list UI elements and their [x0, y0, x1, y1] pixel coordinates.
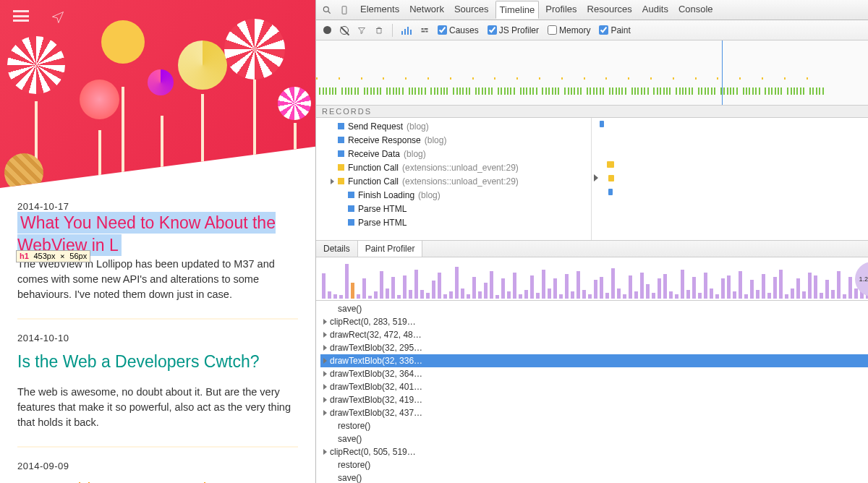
- record-type-icon: [348, 219, 354, 226]
- tab-profiles[interactable]: Profiles: [542, 1, 580, 19]
- tab-audits[interactable]: Audits: [639, 1, 672, 19]
- paint-command[interactable]: drawTextBlob(32, 336…: [320, 354, 868, 367]
- paint-command[interactable]: drawTextBlob(32, 295…: [320, 341, 868, 354]
- expand-icon[interactable]: [323, 345, 327, 351]
- subtab-paint-profiler[interactable]: Paint Profiler: [358, 241, 423, 257]
- record-row[interactable]: Receive Response (blog): [322, 133, 591, 147]
- device-icon[interactable]: [339, 5, 349, 15]
- paint-command[interactable]: drawTextBlob(32, 401…: [320, 380, 868, 393]
- expand-icon[interactable]: [323, 371, 327, 377]
- paint-command[interactable]: drawTextBlob(32, 419…: [320, 393, 868, 406]
- post-date: 2014-10-10: [17, 333, 298, 343]
- svg-rect-8: [425, 28, 428, 30]
- expand-icon[interactable]: [323, 384, 327, 390]
- paint-command[interactable]: save(): [320, 471, 868, 483]
- svg-line-1: [328, 11, 331, 13]
- timeline-overview[interactable]: 30 fps 60 fps: [316, 40, 868, 106]
- tab-sources[interactable]: Sources: [451, 1, 493, 19]
- paint-command[interactable]: drawTextBlob(32, 364…: [320, 367, 868, 380]
- record-row[interactable]: Function Call (extensions::unload_event:…: [322, 174, 591, 188]
- post-excerpt: The WebView in Lollipop has been updated…: [17, 257, 298, 302]
- paint-command[interactable]: clipRect(0, 283, 519…: [320, 315, 868, 328]
- post-date: 2014-09-09: [17, 461, 298, 471]
- check-paint[interactable]: Paint: [599, 25, 630, 35]
- svg-point-0: [323, 7, 328, 12]
- expand-icon[interactable]: [323, 410, 327, 416]
- search-icon[interactable]: [322, 5, 332, 15]
- post-date: 2014-10-17: [17, 201, 298, 212]
- record-row[interactable]: Send Request (blog): [322, 119, 591, 133]
- view-bars-icon[interactable]: [401, 26, 412, 35]
- expand-icon[interactable]: [323, 397, 327, 403]
- subtab-details[interactable]: Details: [316, 241, 358, 257]
- check-js-profiler[interactable]: JS Profiler: [488, 25, 539, 35]
- paint-command[interactable]: drawTextBlob(32, 437…: [320, 406, 868, 419]
- records-list[interactable]: Send Request (blog) Receive Response (bl…: [316, 118, 868, 241]
- hero-art: [0, 0, 315, 188]
- paint-command[interactable]: drawRect(32, 472, 48…: [320, 328, 868, 341]
- paint-command[interactable]: save(): [320, 432, 868, 445]
- record-type-icon: [338, 137, 344, 143]
- record-row[interactable]: Parse HTML: [322, 215, 591, 229]
- post-title[interactable]: What You Need to Know About the WebView …: [17, 213, 276, 255]
- record-type-icon: [348, 205, 354, 212]
- record-type-icon: [338, 123, 344, 129]
- records-header: RECORDS: [316, 106, 868, 118]
- expand-icon[interactable]: [323, 319, 327, 325]
- expand-icon[interactable]: [323, 332, 327, 338]
- record-row[interactable]: Function Call (extensions::unload_event:…: [322, 161, 591, 174]
- tab-elements[interactable]: Elements: [357, 1, 403, 19]
- record-row[interactable]: Finish Loading (blog): [322, 188, 591, 202]
- tab-timeline[interactable]: Timeline: [495, 1, 540, 19]
- paint-commands[interactable]: save()clipRect(0, 283, 519…drawRect(32, …: [316, 301, 868, 483]
- view-frames-icon[interactable]: [420, 26, 429, 35]
- blog-post: 2014-10-10 Is the Web a Developers Cwtch…: [17, 320, 298, 448]
- timeline-subtabs: DetailsPaint Profiler: [316, 241, 868, 257]
- check-causes[interactable]: Causes: [438, 25, 479, 35]
- blog-post: 2014-09-09 Your Guide to SSL on Nginx Ev…: [17, 448, 298, 483]
- paint-flame-chart[interactable]: 1.262 ms: [316, 257, 868, 301]
- record-type-icon: [338, 150, 344, 157]
- post-title[interactable]: Your Guide to SSL on Nginx: [17, 479, 298, 483]
- clear-button[interactable]: [340, 26, 349, 35]
- tab-resources[interactable]: Resources: [584, 1, 636, 19]
- element-dimensions-tooltip: h1 453px × 56px: [16, 250, 90, 262]
- post-excerpt: The web is awesome, no doubt about it. B…: [17, 385, 298, 430]
- svg-rect-9: [422, 30, 425, 32]
- devtools-panel: ElementsNetworkSourcesTimelineProfilesRe…: [315, 0, 868, 483]
- post-title[interactable]: Is the Web a Developers Cwtch?: [17, 351, 298, 373]
- svg-rect-2: [342, 6, 346, 14]
- expand-icon[interactable]: [331, 179, 334, 184]
- tab-network[interactable]: Network: [406, 1, 448, 19]
- tab-console[interactable]: Console: [675, 1, 717, 19]
- timeline-toolbar: Causes JS Profiler Memory Paint: [316, 20, 868, 40]
- record-row[interactable]: Receive Data (blog): [322, 147, 591, 161]
- paint-command[interactable]: save(): [320, 302, 868, 315]
- svg-rect-7: [422, 28, 424, 30]
- paint-command[interactable]: clipRect(0, 505, 519…: [320, 445, 868, 458]
- record-type-icon: [348, 192, 354, 198]
- paint-command[interactable]: restore(): [320, 458, 868, 471]
- check-memory[interactable]: Memory: [548, 25, 590, 35]
- site-preview: 2014-10-17 What You Need to Know About t…: [0, 0, 315, 483]
- record-button[interactable]: [323, 26, 331, 34]
- paint-command[interactable]: restore(): [320, 419, 868, 432]
- expand-icon[interactable]: [323, 449, 327, 455]
- expand-icon[interactable]: [323, 358, 327, 364]
- hero-banner: [0, 0, 315, 188]
- record-type-icon: [338, 178, 344, 184]
- garbage-icon[interactable]: [375, 26, 383, 35]
- record-row[interactable]: Parse HTML: [322, 202, 591, 215]
- paint-profiler: 1.262 ms save()clipRect(0, 283, 519…draw…: [316, 257, 868, 483]
- svg-rect-10: [426, 30, 428, 32]
- filter-icon[interactable]: [357, 26, 366, 35]
- record-type-icon: [338, 164, 344, 171]
- devtools-tabs: ElementsNetworkSourcesTimelineProfilesRe…: [316, 0, 868, 20]
